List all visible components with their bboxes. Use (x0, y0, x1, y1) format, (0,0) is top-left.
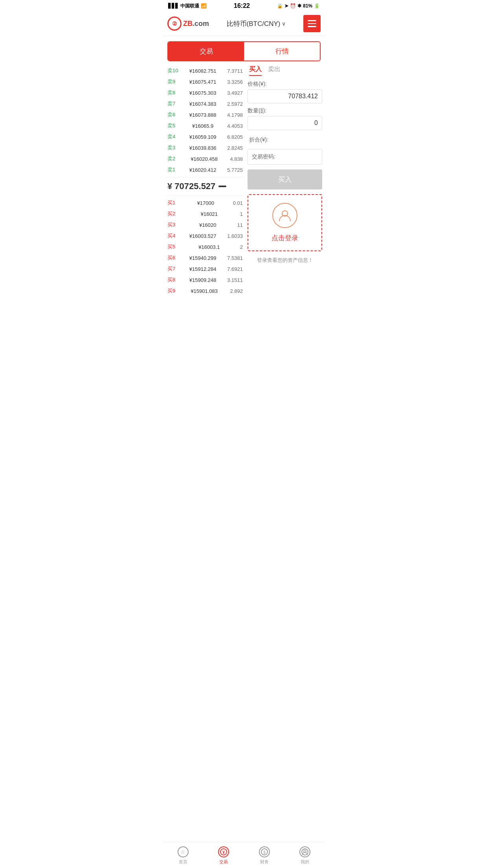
tab-market[interactable]: 行情 (244, 42, 320, 61)
sell-order-6: 卖6 ¥16073.888 4.1798 (166, 109, 244, 120)
sell-price-10: ¥16082.751 (189, 68, 216, 74)
sell-qty-5: 4.4053 (227, 123, 243, 129)
logo-text: ZB.com (183, 20, 209, 28)
header-title: 比特币(BTC/CNY) ∨ (227, 19, 286, 28)
sell-order-8: 卖8 ¥16075.303 3.4927 (166, 87, 244, 98)
sell-price-7: ¥16074.383 (189, 101, 216, 107)
tab-trade[interactable]: 交易 (168, 42, 244, 61)
buy-price-7: ¥15912.284 (189, 266, 216, 272)
buy-order-7: 买7 ¥15912.284 7.6921 (166, 263, 244, 274)
buy-order-3: 买3 ¥16020 11 (166, 219, 244, 230)
sell-order-10: 卖10 ¥16082.751 7.3711 (166, 65, 244, 76)
buy-label-6: 买6 (167, 254, 178, 261)
login-avatar-icon (272, 203, 297, 228)
menu-button[interactable] (303, 15, 321, 32)
pair-name: 比特币(BTC/CNY) (227, 19, 281, 28)
current-price-row: ¥ 70725.527 (166, 177, 244, 196)
sell-label-3: 卖3 (167, 144, 178, 151)
sell-label-1: 卖1 (167, 166, 178, 173)
sell-price-9: ¥16075.471 (189, 79, 216, 85)
buy-label-5: 买5 (167, 243, 178, 250)
sell-order-2: 卖2 ¥16020.458 4.838 (166, 153, 244, 164)
buy-qty-2: 1 (240, 211, 243, 217)
sell-label-7: 卖7 (167, 100, 178, 107)
price-direction-icon (218, 186, 226, 187)
sell-price-6: ¥16073.888 (189, 112, 216, 118)
buy-price-4: ¥16003.527 (189, 233, 216, 239)
buy-price-1: ¥17000 (197, 200, 214, 206)
wifi-icon: 📶 (201, 3, 207, 9)
sell-price-4: ¥16059.109 (189, 134, 216, 140)
order-book: 卖10 ¥16082.751 7.3711 卖9 ¥16075.471 3.32… (166, 65, 244, 296)
buy-qty-6: 7.5381 (227, 255, 243, 261)
carrier-name: 中国联通 (180, 3, 199, 9)
location-icon: ➤ (284, 3, 288, 9)
sell-order-3: 卖3 ¥16039.836 2.8245 (166, 142, 244, 153)
sell-label-6: 卖6 (167, 111, 178, 118)
qty-input[interactable] (248, 116, 322, 130)
sell-qty-7: 2.5972 (227, 101, 243, 107)
password-label: 交易密码: (252, 153, 275, 160)
buy-price-3: ¥16020 (199, 222, 216, 228)
sell-qty-1: 5.7725 (227, 167, 243, 173)
login-prompt[interactable]: 点击登录 (248, 194, 322, 251)
sell-label-9: 卖9 (167, 78, 178, 85)
lock-icon: 🔒 (277, 3, 283, 9)
sell-label-8: 卖8 (167, 89, 178, 96)
buy-price-9: ¥15901.083 (191, 288, 218, 294)
qty-label: 数量(₿): (248, 107, 322, 114)
buy-label-3: 买3 (167, 221, 178, 228)
buy-price-8: ¥15909.248 (189, 277, 216, 283)
header: ② ZB.com 比特币(BTC/CNY) ∨ (163, 12, 325, 36)
price-label: 价格(¥): (248, 81, 322, 88)
buy-button[interactable]: 买入 (248, 169, 322, 189)
buy-order-4: 买4 ¥16003.527 1.6033 (166, 230, 244, 241)
buy-order-9: 买9 ¥15901.083 2.892 (166, 285, 244, 296)
zhehe-row: 折合(¥): (248, 134, 322, 146)
battery-pct: 81% (303, 3, 312, 9)
sell-orders: 卖10 ¥16082.751 7.3711 卖9 ¥16075.471 3.32… (166, 65, 244, 175)
asset-hint: 登录查看您的资产信息！ (248, 254, 322, 268)
sell-qty-8: 3.4927 (227, 90, 243, 96)
buy-price-2: ¥16021 (201, 211, 218, 217)
chevron-down-icon[interactable]: ∨ (282, 20, 286, 27)
bluetooth-icon: ✱ (297, 3, 301, 9)
login-click-text: 点击登录 (252, 234, 317, 243)
menu-line-1 (308, 20, 316, 21)
sell-qty-9: 3.3256 (227, 79, 243, 85)
sell-qty-4: 6.8205 (227, 134, 243, 140)
buy-label-1: 买1 (167, 199, 178, 206)
buy-qty-3: 11 (237, 222, 243, 228)
buy-order-6: 买6 ¥15940.299 7.5381 (166, 252, 244, 263)
sell-price-5: ¥16065.9 (192, 123, 213, 129)
sell-order-5: 卖5 ¥16065.9 4.4053 (166, 120, 244, 131)
buy-qty-7: 7.6921 (227, 266, 243, 272)
price-input[interactable] (248, 89, 322, 103)
sell-label-4: 卖4 (167, 133, 178, 140)
buy-order-8: 买8 ¥15909.248 3.1511 (166, 274, 244, 285)
buy-tab[interactable]: 买入 (249, 65, 262, 76)
buy-price-6: ¥15940.299 (189, 255, 216, 261)
sell-label-10: 卖10 (167, 67, 178, 74)
sell-order-9: 卖9 ¥16075.471 3.3256 (166, 76, 244, 87)
sell-order-4: 卖4 ¥16059.109 6.8205 (166, 131, 244, 142)
buy-qty-9: 2.892 (230, 288, 243, 294)
logo-domain: .com (193, 20, 209, 28)
main-content: 卖10 ¥16082.751 7.3711 卖9 ¥16075.471 3.32… (163, 65, 325, 296)
buy-price-5: ¥16003.1 (198, 244, 220, 250)
sell-tab[interactable]: 卖出 (268, 65, 281, 76)
sell-label-5: 卖5 (167, 122, 178, 129)
menu-line-2 (308, 23, 316, 24)
alarm-icon: ⏰ (290, 3, 296, 9)
sell-price-8: ¥16075.303 (189, 90, 216, 96)
status-bar: ▋▋▋ 中国联通 📶 16:22 🔒 ➤ ⏰ ✱ 81% 🔋 (163, 0, 325, 12)
main-tabs: 交易 行情 (167, 41, 321, 61)
buy-label-7: 买7 (167, 265, 178, 272)
sell-order-1: 卖1 ¥16020.412 5.7725 (166, 164, 244, 175)
signal-icon: ▋▋▋ (168, 3, 179, 9)
buy-qty-8: 3.1511 (227, 277, 243, 283)
sell-qty-10: 7.3711 (227, 68, 243, 74)
password-row[interactable]: 交易密码: (248, 149, 322, 165)
sell-label-2: 卖2 (167, 155, 178, 162)
buy-label-2: 买2 (167, 210, 178, 217)
